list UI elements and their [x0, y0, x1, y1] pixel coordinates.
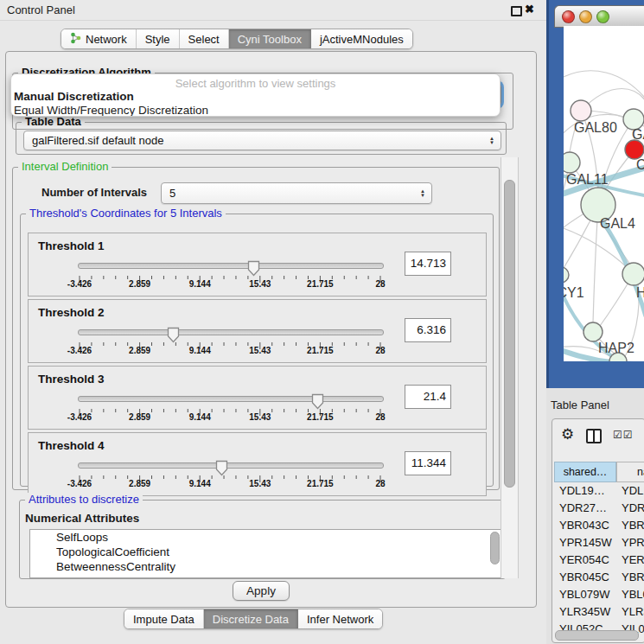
tab-cyni-toolbox[interactable]: Cyni Toolbox — [229, 29, 311, 48]
float-window-icon[interactable] — [511, 6, 522, 16]
threshold-slider[interactable]: -3.4262.8599.14415.4321.71528 — [78, 259, 382, 294]
table-row[interactable]: YBR045CYBR0 — [552, 569, 644, 586]
top-tab-bar: NetworkStyleSelectCyni ToolboxjActiveMNo… — [61, 29, 413, 49]
slider-tick-label: 21.715 — [307, 479, 334, 488]
number-of-intervals-combobox[interactable]: 5 ▲▼ — [161, 182, 432, 204]
tab-infer-network[interactable]: Infer Network — [298, 609, 382, 628]
cell-shared-name: YBR045C — [559, 571, 609, 583]
attributes-groupbox: Attributes to discretize Numerical Attri… — [19, 500, 506, 579]
application-window: Control Panel ✖ NetworkStyleSelectCyni T… — [0, 0, 644, 644]
slider-tick-label: 15.43 — [249, 279, 271, 289]
tab-style[interactable]: Style — [137, 29, 180, 48]
settings-scrollbar-track[interactable] — [501, 157, 519, 578]
slider-tick-label: 15.43 — [249, 412, 271, 422]
slider-ticks — [78, 471, 386, 487]
slider-thumb[interactable] — [311, 393, 324, 410]
slider-thumb[interactable] — [215, 460, 228, 476]
threshold-slider[interactable]: -3.4262.8599.14415.4321.71528 — [78, 392, 382, 427]
cell-shared-name: YDR27… — [559, 501, 607, 514]
number-of-intervals-value: 5 — [162, 187, 414, 200]
tab-label: Impute Data — [133, 613, 194, 626]
slider-tick-label: 2.859 — [129, 346, 150, 355]
tab-impute-data[interactable]: Impute Data — [124, 609, 204, 628]
interval-definition-groupbox: Interval Definition Number of Intervals … — [12, 167, 500, 490]
slider-track[interactable] — [78, 329, 384, 335]
cell-name: YBR0 — [622, 571, 644, 583]
zoom-traffic-light[interactable] — [596, 10, 609, 23]
minimize-traffic-light[interactable] — [579, 10, 592, 23]
stepper-arrows-icon: ▲▼ — [483, 137, 501, 145]
threshold-label: Threshold 1 — [38, 239, 105, 252]
numerical-attributes-list[interactable]: SelfLoopsTopologicalCoefficientBetweenne… — [29, 529, 502, 578]
table-row[interactable]: YDR27…YDR2 — [552, 500, 644, 517]
threshold-value-field[interactable]: 21.4 — [405, 385, 451, 409]
table-column-header-name[interactable]: na — [616, 462, 644, 482]
network-window-titlebar[interactable] — [554, 5, 644, 28]
table-row[interactable]: YBR043CYBR0 — [552, 517, 644, 534]
table-row[interactable]: YER054CYER0 — [552, 552, 644, 569]
settings-scrollbar-thumb[interactable] — [504, 180, 515, 488]
threshold-value-field[interactable]: 11.344 — [405, 451, 451, 475]
cell-shared-name: YLR345W — [559, 605, 610, 618]
svg-text:GAL80: GAL80 — [574, 120, 617, 135]
slider-tick-label: 9.144 — [189, 346, 211, 355]
threshold-value-field[interactable]: 6.316 — [405, 318, 451, 342]
threshold-panel-4: Threshold 4-3.4262.8599.14415.4321.71528… — [28, 432, 487, 496]
table-column-header-shared[interactable]: shared… — [554, 462, 616, 482]
close-traffic-light[interactable] — [562, 10, 575, 23]
threshold-slider[interactable]: -3.4262.8599.14415.4321.71528 — [78, 326, 382, 360]
checkbox-icons[interactable]: ☑☑ — [613, 429, 634, 441]
table-hscrollbar-thumb[interactable] — [555, 630, 639, 641]
table-data-combobox-value: galFiltered.sif default node — [24, 134, 483, 147]
numerical-attributes-label: Numerical Attributes — [25, 512, 139, 525]
tab-label: Infer Network — [307, 613, 373, 626]
attributes-scrollbar-thumb[interactable] — [490, 532, 500, 564]
tab-label: Style — [145, 33, 170, 46]
attribute-item-betweennesscentrality[interactable]: BetweennessCentrality — [30, 559, 501, 574]
table-row[interactable]: YBL079WYBL0 — [552, 586, 644, 603]
svg-text:GAL11: GAL11 — [566, 172, 609, 187]
slider-tick-label: 28 — [375, 279, 385, 289]
slider-tick-label: 9.144 — [189, 479, 211, 488]
threshold-value-field[interactable]: 14.713 — [405, 252, 451, 276]
threshold-slider[interactable]: -3.4262.8599.14415.4321.71528 — [78, 459, 382, 494]
slider-tick-label: 9.144 — [189, 279, 211, 289]
slider-tick-label: 21.715 — [307, 279, 334, 289]
apply-button[interactable]: Apply — [233, 581, 290, 601]
gear-icon[interactable]: ⚙ — [561, 427, 574, 442]
network-icon — [70, 32, 81, 47]
algorithm-option-equal-width-frequency-discretization[interactable]: Equal Width/Frequency Discretization — [14, 104, 208, 117]
cell-name: YDL1 — [622, 484, 644, 497]
table-panel-title: Table Panel — [551, 399, 609, 411]
svg-text:GCY1: GCY1 — [564, 285, 584, 300]
tab-label: Select — [188, 33, 220, 46]
algorithm-option-manual-discretization[interactable]: Manual Discretization — [14, 90, 134, 103]
tab-select[interactable]: Select — [180, 29, 229, 48]
slider-thumb[interactable] — [167, 327, 180, 343]
table-row[interactable]: YPR145WYPR1 — [552, 534, 644, 552]
tab-discretize-data[interactable]: Discretize Data — [204, 609, 298, 628]
tab-label: Cyni Toolbox — [238, 33, 302, 46]
cell-shared-name: YBL079W — [559, 588, 610, 601]
table-data-combobox[interactable]: galFiltered.sif default node ▲▼ — [23, 131, 501, 150]
slider-tick-label: -3.426 — [67, 279, 92, 289]
svg-text:HAP2: HAP2 — [598, 341, 634, 355]
slider-thumb[interactable] — [247, 260, 260, 277]
cell-name: YBL0 — [622, 588, 644, 601]
threshold-label: Threshold 3 — [38, 373, 105, 386]
table-row[interactable]: YDL19…YDL1 — [552, 482, 644, 500]
tab-network[interactable]: Network — [61, 29, 137, 48]
slider-track[interactable] — [78, 462, 384, 469]
slider-track[interactable] — [78, 396, 384, 402]
attribute-item-selfloops[interactable]: SelfLoops — [30, 530, 501, 545]
slider-tick-label: -3.426 — [67, 412, 92, 422]
attribute-item-topologicalcoefficient[interactable]: TopologicalCoefficient — [30, 545, 501, 559]
close-icon[interactable]: ✖ — [525, 3, 534, 16]
slider-track[interactable] — [78, 263, 384, 269]
network-canvas[interactable]: GAL80GACGAL11GAL4GCY1HHAP2 — [564, 26, 644, 361]
svg-text:GA: GA — [632, 127, 644, 142]
table-row[interactable]: YLR345WYLR3 — [552, 603, 644, 621]
split-table-icon[interactable] — [586, 429, 602, 443]
slider-ticks — [78, 338, 386, 354]
tab-jactivemnodules[interactable]: jActiveMNodules — [311, 29, 412, 48]
